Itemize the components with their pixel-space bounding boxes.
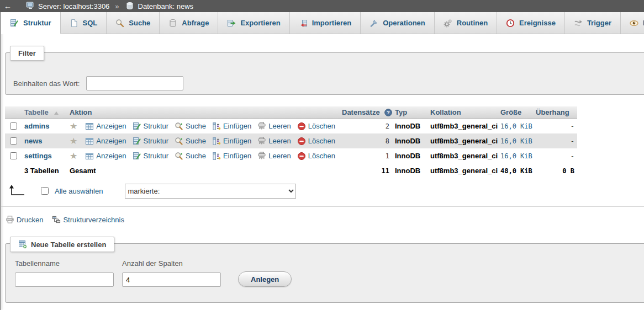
action-label: Löschen — [308, 122, 335, 130]
create-table-button[interactable]: Anlegen — [238, 271, 292, 287]
new-table-icon — [18, 240, 27, 249]
favorite-star-icon[interactable]: ★ — [70, 136, 77, 146]
tab-suche[interactable]: Suche — [107, 12, 160, 34]
tab-abfrage[interactable]: Abfrage — [160, 12, 218, 34]
action-insert-link[interactable]: Einfügen — [212, 152, 251, 161]
size-link[interactable]: 16,0 KiB — [498, 119, 533, 133]
action-drop-link[interactable]: Löschen — [297, 122, 335, 131]
column-header-groesse[interactable]: Größe — [498, 106, 533, 119]
table-name-link[interactable]: admins — [24, 122, 50, 130]
with-selected-arrow-icon — [7, 184, 27, 198]
tab-trigger[interactable]: Trigger — [565, 12, 621, 34]
column-header-aktion: Aktion — [67, 106, 339, 119]
create-table-legend-label: Neue Tabelle erstellen — [31, 240, 106, 249]
column-header-datensaetze[interactable]: Datensätze? — [339, 106, 392, 119]
overhead-value: - — [533, 119, 577, 133]
help-icon[interactable]: ? — [384, 109, 392, 116]
footer-tables-count: 3 Tabellen — [22, 163, 67, 178]
print-link[interactable]: Drucken — [6, 215, 43, 224]
tables-overview-table: Tabelle Aktion Datensätze? Typ Kollation… — [5, 106, 577, 178]
footer-collation: utf8mb3_general_ci — [427, 163, 498, 178]
column-header-typ[interactable]: Typ — [392, 106, 427, 119]
empty-table-icon — [257, 137, 266, 146]
action-structure-link[interactable]: Struktur — [133, 122, 169, 131]
tab-routinen[interactable]: Routinen — [435, 12, 497, 34]
column-header-label: Überhang — [536, 108, 569, 116]
filter-label: Beinhalten das Wort: — [13, 79, 80, 88]
collapse-nav-arrow-icon[interactable]: ← — [4, 2, 16, 10]
column-header-tabelle[interactable]: Tabelle — [22, 106, 67, 119]
table-name-input[interactable] — [15, 272, 114, 287]
events-icon — [506, 19, 515, 28]
table-name-link[interactable]: settings — [24, 152, 52, 160]
footer-size: 48,0 KiB — [498, 163, 533, 178]
tab-importieren[interactable]: Importieren — [290, 12, 361, 34]
overhead-value: - — [533, 133, 577, 148]
column-header-label: Größe — [500, 108, 521, 116]
action-drop-link[interactable]: Löschen — [297, 137, 335, 146]
action-structure-link[interactable]: Struktur — [133, 152, 169, 161]
filter-input[interactable] — [86, 76, 183, 90]
row-checkbox[interactable] — [10, 137, 17, 145]
tab-operationen[interactable]: Operationen — [361, 12, 435, 34]
tab-ereignisse[interactable]: Ereignisse — [497, 12, 565, 34]
action-browse-link[interactable]: Anzeigen — [85, 152, 126, 161]
column-header-label: Kollation — [430, 108, 461, 116]
action-search-link[interactable]: Suche — [175, 137, 206, 146]
tab-sql[interactable]: SQL — [61, 12, 107, 34]
column-header-ueberhang[interactable]: Überhang — [533, 106, 577, 119]
action-empty-link[interactable]: Leeren — [257, 137, 291, 146]
action-empty-link[interactable]: Leeren — [257, 152, 291, 161]
row-checkbox[interactable] — [10, 122, 17, 130]
tab-label: Operationen — [383, 19, 425, 27]
action-insert-link[interactable]: Einfügen — [212, 122, 251, 131]
table-row: admins ★ Anzeigen Struktur Suche Einfüge… — [5, 119, 577, 133]
size-link[interactable]: 16,0 KiB — [498, 148, 533, 163]
with-selected-select[interactable]: markierte: — [125, 184, 296, 199]
table-name-link[interactable]: news — [24, 137, 43, 145]
browse-table-icon — [85, 152, 94, 161]
export-icon — [227, 19, 236, 28]
with-selected-row: Alle auswählen markierte: — [7, 183, 644, 199]
size-link[interactable]: 16,0 KiB — [498, 133, 533, 148]
trigger-icon — [574, 19, 583, 28]
action-browse-link[interactable]: Anzeigen — [85, 122, 126, 131]
tab-struktur[interactable]: Struktur — [1, 12, 61, 34]
check-all-label[interactable]: Alle auswählen — [55, 187, 103, 195]
structure-directory-link[interactable]: Strukturverzeichnis — [52, 215, 124, 224]
favorite-star-icon[interactable]: ★ — [70, 151, 77, 161]
insert-row-icon — [212, 122, 221, 131]
tab-exportieren[interactable]: Exportieren — [218, 12, 289, 34]
action-search-link[interactable]: Suche — [175, 152, 206, 161]
columns-count-input[interactable] — [122, 272, 221, 287]
server-link[interactable]: Server: localhost:3306 — [38, 2, 109, 10]
structure-directory-icon — [52, 215, 61, 224]
tab-label: Ereignisse — [519, 19, 556, 27]
action-drop-link[interactable]: Löschen — [297, 152, 335, 161]
action-structure-link[interactable]: Struktur — [133, 137, 169, 146]
action-empty-link[interactable]: Leeren — [257, 122, 291, 131]
row-checkbox[interactable] — [10, 152, 17, 159]
breadcrumb-server[interactable]: Server: localhost:3306 — [26, 2, 109, 10]
column-header-kollation[interactable]: Kollation — [427, 106, 498, 119]
insert-row-icon — [212, 137, 221, 146]
check-all-checkbox[interactable] — [41, 187, 49, 195]
database-link[interactable]: Datenbank: news — [138, 2, 193, 10]
structure-icon — [133, 137, 141, 146]
action-browse-link[interactable]: Anzeigen — [85, 137, 126, 146]
tab-nachverfolgung[interactable]: Nachverfolg — [621, 12, 644, 34]
utility-links: Drucken Strukturverzeichnis — [6, 215, 644, 224]
tab-label: Exportieren — [240, 19, 280, 27]
action-insert-link[interactable]: Einfügen — [212, 137, 251, 146]
server-icon — [26, 2, 35, 10]
column-header-label: Typ — [395, 108, 407, 116]
section-divider — [1, 206, 644, 207]
breadcrumb-database[interactable]: Datenbank: news — [126, 2, 193, 10]
tab-label: Importieren — [312, 19, 352, 27]
favorite-star-icon[interactable]: ★ — [70, 121, 77, 131]
footer-records: 11 — [339, 163, 392, 178]
action-search-link[interactable]: Suche — [175, 122, 206, 131]
footer-type: InnoDB — [392, 163, 427, 178]
browse-table-icon — [85, 122, 94, 131]
action-label: Anzeigen — [96, 137, 126, 145]
